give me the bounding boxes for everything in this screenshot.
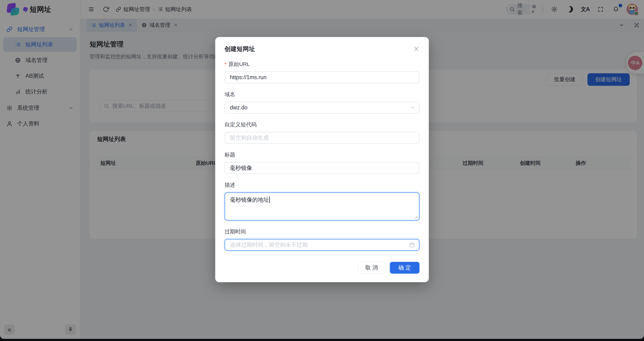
title-input[interactable] [224, 162, 420, 174]
modal-title: 创建短网址 [224, 45, 420, 53]
original-url-label: * 原始URL [224, 61, 420, 68]
text-cursor [269, 196, 270, 203]
description-label: 描述 [224, 181, 420, 189]
required-mark: * [224, 61, 227, 67]
description-textarea[interactable]: 毫秒镜像的地址 [224, 192, 420, 221]
close-icon[interactable] [412, 44, 420, 53]
expire-time-label: 过期时间 [224, 228, 420, 235]
custom-code-input[interactable] [224, 132, 420, 144]
modal-footer: 取 消 确 定 [224, 262, 420, 274]
description-value: 毫秒镜像的地址 [230, 197, 269, 203]
domain-select-value: dwz.do [230, 104, 248, 111]
title-label: 标题 [224, 151, 420, 159]
expire-time-input[interactable] [224, 239, 420, 251]
domain-select[interactable]: dwz.do [224, 102, 420, 113]
cancel-button[interactable]: 取 消 [358, 262, 385, 274]
resize-handle-icon[interactable] [414, 215, 418, 219]
chevron-down-icon [410, 105, 415, 110]
original-url-input[interactable] [224, 71, 420, 83]
modal-header: 创建短网址 [224, 45, 420, 53]
calendar-icon [409, 242, 415, 248]
confirm-button[interactable]: 确 定 [390, 262, 420, 274]
create-shorturl-modal: 创建短网址 * 原始URL 域名 dwz.do 自定义短代码 标题 描述 毫秒镜… [215, 37, 429, 282]
expire-time-field [224, 239, 420, 251]
domain-label: 域名 [224, 91, 420, 98]
custom-code-label: 自定义短代码 [224, 121, 420, 128]
screen: 短网址 短网址管理 [0, 0, 644, 341]
